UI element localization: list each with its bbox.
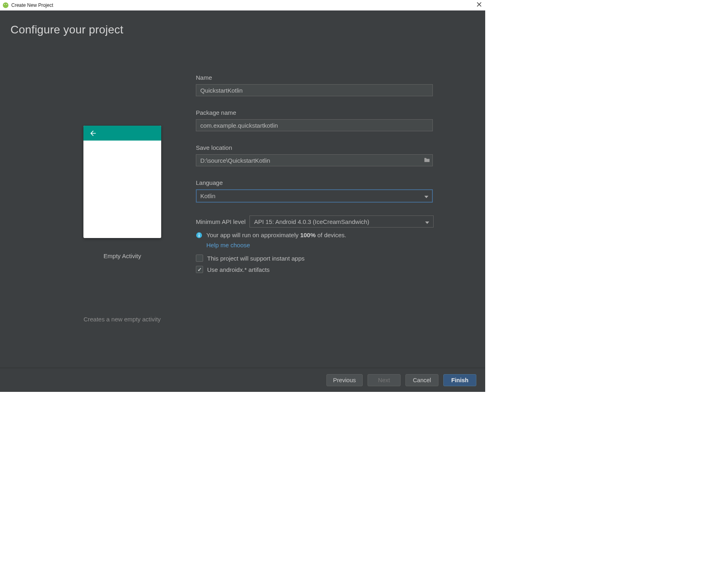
svg-point-1 [4, 4, 5, 5]
package-label: Package name [196, 109, 434, 116]
template-description: Creates a new empty activity [70, 316, 174, 323]
api-label: Minimum API level [196, 218, 245, 225]
back-arrow-icon [89, 129, 97, 137]
wizard-footer: Previous Next Cancel Finish [0, 368, 485, 392]
api-select[interactable]: API 15: Android 4.0.3 (IceCreamSandwich) [249, 215, 434, 228]
location-input[interactable] [196, 154, 433, 166]
androidx-checkbox[interactable] [196, 266, 203, 273]
window-titlebar: Create New Project [0, 0, 485, 10]
chevron-down-icon [425, 218, 429, 225]
chevron-down-icon [424, 193, 428, 199]
instant-apps-label: This project will support instant apps [207, 255, 305, 262]
location-label: Save location [196, 144, 434, 151]
previous-button[interactable]: Previous [326, 374, 363, 386]
api-value: API 15: Android 4.0.3 (IceCreamSandwich) [254, 218, 369, 225]
svg-point-5 [199, 233, 199, 234]
phone-appbar [83, 126, 161, 141]
package-input[interactable] [196, 119, 433, 131]
folder-icon[interactable] [424, 157, 430, 164]
cancel-button[interactable]: Cancel [405, 374, 438, 386]
device-coverage-text: Your app will run on approximately 100% … [206, 232, 346, 238]
name-input[interactable] [196, 84, 433, 96]
language-value: Kotlin [200, 193, 216, 199]
android-studio-icon [2, 2, 9, 8]
configure-form: Name Package name Save location Language… [196, 74, 434, 273]
window-title: Create New Project [11, 2, 53, 8]
svg-rect-4 [199, 234, 199, 237]
phone-mockup [83, 126, 161, 238]
finish-button[interactable]: Finish [443, 374, 476, 386]
template-name: Empty Activity [83, 253, 161, 259]
language-label: Language [196, 179, 434, 186]
instant-apps-checkbox[interactable] [196, 255, 203, 262]
svg-point-2 [6, 4, 7, 5]
svg-point-0 [3, 2, 8, 8]
page-heading: Configure your project [10, 23, 123, 36]
template-preview: Empty Activity Creates a new empty activ… [83, 126, 161, 323]
language-select[interactable]: Kotlin [196, 189, 433, 203]
androidx-label: Use androidx.* artifacts [207, 266, 270, 273]
help-choose-link[interactable]: Help me choose [206, 242, 250, 248]
next-button[interactable]: Next [368, 374, 401, 386]
info-icon [196, 232, 202, 238]
close-icon[interactable] [476, 2, 482, 9]
name-label: Name [196, 74, 434, 81]
wizard-body: Configure your project Empty Activity Cr… [0, 10, 485, 368]
